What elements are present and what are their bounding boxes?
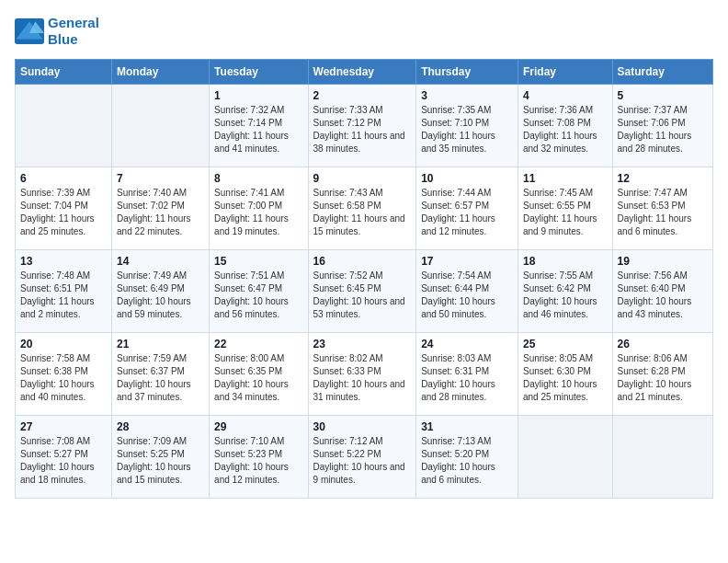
day-number: 15 <box>214 255 302 268</box>
day-cell-9: 9 Sunrise: 7:43 AM Sunset: 6:58 PM Dayli… <box>308 167 416 250</box>
day-number: 8 <box>214 172 302 185</box>
day-info: Sunrise: 7:35 AM Sunset: 7:10 PM Dayligh… <box>421 104 513 155</box>
logo-icon <box>15 18 44 44</box>
day-number: 16 <box>313 255 412 268</box>
day-number: 20 <box>20 338 107 350</box>
day-number: 31 <box>421 420 513 433</box>
day-cell-8: 8 Sunrise: 7:41 AM Sunset: 7:00 PM Dayli… <box>210 167 308 250</box>
day-number: 12 <box>618 172 708 185</box>
day-info: Sunrise: 7:49 AM Sunset: 6:49 PM Dayligh… <box>117 270 204 321</box>
weekday-header-monday: Monday <box>112 60 210 85</box>
day-cell-11: 11 Sunrise: 7:45 AM Sunset: 6:55 PM Dayl… <box>518 167 612 250</box>
day-number: 25 <box>523 338 608 350</box>
weekday-header-tuesday: Tuesday <box>210 60 308 85</box>
day-cell-5: 5 Sunrise: 7:37 AM Sunset: 7:06 PM Dayli… <box>612 85 712 167</box>
day-cell-4: 4 Sunrise: 7:36 AM Sunset: 7:08 PM Dayli… <box>518 85 612 167</box>
day-cell-15: 15 Sunrise: 7:51 AM Sunset: 6:47 PM Dayl… <box>210 250 308 333</box>
day-cell-26: 26 Sunrise: 8:06 AM Sunset: 6:28 PM Dayl… <box>612 333 712 416</box>
week-row-5: 27 Sunrise: 7:08 AM Sunset: 5:27 PM Dayl… <box>16 416 713 499</box>
day-number: 5 <box>618 89 708 102</box>
logo: General Blue <box>15 15 99 48</box>
calendar-table: SundayMondayTuesdayWednesdayThursdayFrid… <box>15 59 713 499</box>
day-info: Sunrise: 8:02 AM Sunset: 6:33 PM Dayligh… <box>313 352 412 404</box>
day-cell-18: 18 Sunrise: 7:55 AM Sunset: 6:42 PM Dayl… <box>518 250 612 333</box>
day-number: 30 <box>313 420 412 433</box>
day-number: 4 <box>523 89 608 102</box>
day-info: Sunrise: 7:55 AM Sunset: 6:42 PM Dayligh… <box>523 270 608 321</box>
day-number: 21 <box>117 338 204 350</box>
day-cell-23: 23 Sunrise: 8:02 AM Sunset: 6:33 PM Dayl… <box>308 333 416 416</box>
day-number: 17 <box>421 255 513 268</box>
day-number: 19 <box>618 255 708 268</box>
day-number: 26 <box>618 338 708 350</box>
day-cell-2: 2 Sunrise: 7:33 AM Sunset: 7:12 PM Dayli… <box>308 85 416 167</box>
day-info: Sunrise: 7:47 AM Sunset: 6:53 PM Dayligh… <box>618 187 708 238</box>
day-number: 11 <box>523 172 608 185</box>
day-info: Sunrise: 7:09 AM Sunset: 5:25 PM Dayligh… <box>117 435 204 487</box>
weekday-header-sunday: Sunday <box>16 60 112 85</box>
day-info: Sunrise: 7:44 AM Sunset: 6:57 PM Dayligh… <box>421 187 513 238</box>
empty-cell <box>16 85 112 167</box>
empty-cell <box>612 416 712 499</box>
week-row-2: 6 Sunrise: 7:39 AM Sunset: 7:04 PM Dayli… <box>16 167 713 250</box>
day-cell-25: 25 Sunrise: 8:05 AM Sunset: 6:30 PM Dayl… <box>518 333 612 416</box>
day-cell-27: 27 Sunrise: 7:08 AM Sunset: 5:27 PM Dayl… <box>16 416 112 499</box>
empty-cell <box>112 85 210 167</box>
weekday-header-thursday: Thursday <box>416 60 518 85</box>
logo-text: General Blue <box>48 15 99 48</box>
day-info: Sunrise: 7:48 AM Sunset: 6:51 PM Dayligh… <box>20 270 107 321</box>
day-number: 22 <box>214 338 302 350</box>
day-info: Sunrise: 7:36 AM Sunset: 7:08 PM Dayligh… <box>523 104 608 155</box>
day-cell-12: 12 Sunrise: 7:47 AM Sunset: 6:53 PM Dayl… <box>612 167 712 250</box>
day-info: Sunrise: 7:37 AM Sunset: 7:06 PM Dayligh… <box>618 104 708 155</box>
day-info: Sunrise: 7:54 AM Sunset: 6:44 PM Dayligh… <box>421 270 513 321</box>
day-cell-22: 22 Sunrise: 8:00 AM Sunset: 6:35 PM Dayl… <box>210 333 308 416</box>
day-info: Sunrise: 7:59 AM Sunset: 6:37 PM Dayligh… <box>117 352 204 404</box>
weekday-header-saturday: Saturday <box>612 60 712 85</box>
day-cell-30: 30 Sunrise: 7:12 AM Sunset: 5:22 PM Dayl… <box>308 416 416 499</box>
day-number: 10 <box>421 172 513 185</box>
week-row-1: 1 Sunrise: 7:32 AM Sunset: 7:14 PM Dayli… <box>16 85 713 167</box>
day-number: 3 <box>421 89 513 102</box>
weekday-header-friday: Friday <box>518 60 612 85</box>
day-info: Sunrise: 7:52 AM Sunset: 6:45 PM Dayligh… <box>313 270 412 321</box>
day-info: Sunrise: 8:05 AM Sunset: 6:30 PM Dayligh… <box>523 352 608 404</box>
day-cell-6: 6 Sunrise: 7:39 AM Sunset: 7:04 PM Dayli… <box>16 167 112 250</box>
day-info: Sunrise: 7:33 AM Sunset: 7:12 PM Dayligh… <box>313 104 412 155</box>
day-cell-29: 29 Sunrise: 7:10 AM Sunset: 5:23 PM Dayl… <box>210 416 308 499</box>
day-cell-20: 20 Sunrise: 7:58 AM Sunset: 6:38 PM Dayl… <box>16 333 112 416</box>
day-info: Sunrise: 7:13 AM Sunset: 5:20 PM Dayligh… <box>421 435 513 487</box>
day-info: Sunrise: 7:12 AM Sunset: 5:22 PM Dayligh… <box>313 435 412 487</box>
day-info: Sunrise: 7:58 AM Sunset: 6:38 PM Dayligh… <box>20 352 107 404</box>
day-number: 7 <box>117 172 204 185</box>
day-number: 1 <box>214 89 302 102</box>
day-info: Sunrise: 8:00 AM Sunset: 6:35 PM Dayligh… <box>214 352 302 404</box>
page-header: General Blue <box>15 15 713 48</box>
day-number: 14 <box>117 255 204 268</box>
day-cell-19: 19 Sunrise: 7:56 AM Sunset: 6:40 PM Dayl… <box>612 250 712 333</box>
day-info: Sunrise: 7:51 AM Sunset: 6:47 PM Dayligh… <box>214 270 302 321</box>
day-cell-17: 17 Sunrise: 7:54 AM Sunset: 6:44 PM Dayl… <box>416 250 518 333</box>
day-cell-21: 21 Sunrise: 7:59 AM Sunset: 6:37 PM Dayl… <box>112 333 210 416</box>
day-info: Sunrise: 7:45 AM Sunset: 6:55 PM Dayligh… <box>523 187 608 238</box>
day-info: Sunrise: 7:43 AM Sunset: 6:58 PM Dayligh… <box>313 187 412 238</box>
week-row-3: 13 Sunrise: 7:48 AM Sunset: 6:51 PM Dayl… <box>16 250 713 333</box>
day-info: Sunrise: 7:32 AM Sunset: 7:14 PM Dayligh… <box>214 104 302 155</box>
day-info: Sunrise: 7:41 AM Sunset: 7:00 PM Dayligh… <box>214 187 302 238</box>
day-number: 23 <box>313 338 412 350</box>
day-number: 13 <box>20 255 107 268</box>
day-cell-3: 3 Sunrise: 7:35 AM Sunset: 7:10 PM Dayli… <box>416 85 518 167</box>
day-number: 9 <box>313 172 412 185</box>
day-cell-28: 28 Sunrise: 7:09 AM Sunset: 5:25 PM Dayl… <box>112 416 210 499</box>
day-number: 28 <box>117 420 204 433</box>
day-info: Sunrise: 8:06 AM Sunset: 6:28 PM Dayligh… <box>618 352 708 404</box>
day-cell-31: 31 Sunrise: 7:13 AM Sunset: 5:20 PM Dayl… <box>416 416 518 499</box>
weekday-header-row: SundayMondayTuesdayWednesdayThursdayFrid… <box>16 60 713 85</box>
day-info: Sunrise: 7:56 AM Sunset: 6:40 PM Dayligh… <box>618 270 708 321</box>
day-cell-7: 7 Sunrise: 7:40 AM Sunset: 7:02 PM Dayli… <box>112 167 210 250</box>
week-row-4: 20 Sunrise: 7:58 AM Sunset: 6:38 PM Dayl… <box>16 333 713 416</box>
day-info: Sunrise: 8:03 AM Sunset: 6:31 PM Dayligh… <box>421 352 513 404</box>
day-number: 29 <box>214 420 302 433</box>
day-cell-24: 24 Sunrise: 8:03 AM Sunset: 6:31 PM Dayl… <box>416 333 518 416</box>
day-number: 2 <box>313 89 412 102</box>
